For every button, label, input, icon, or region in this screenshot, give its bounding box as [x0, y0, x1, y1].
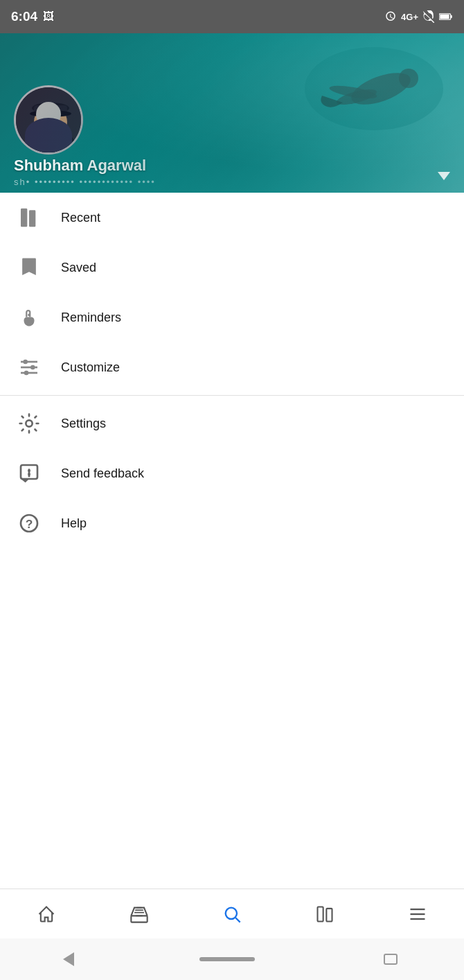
settings-icon: [17, 411, 42, 436]
svg-point-6: [335, 87, 378, 108]
svg-point-12: [32, 103, 69, 114]
back-button[interactable]: [63, 952, 74, 966]
svg-rect-30: [28, 475, 30, 478]
svg-rect-1: [451, 15, 452, 18]
svg-rect-29: [28, 469, 30, 474]
menu-section-1: Recent Saved Reminders: [0, 193, 464, 392]
help-label: Help: [61, 516, 87, 531]
profile-dropdown-button[interactable]: [438, 172, 450, 180]
settings-label: Settings: [61, 417, 106, 431]
profile-header: Shubham Agarwal sh• ••••••••• ••••••••••…: [0, 33, 464, 193]
svg-point-22: [30, 365, 35, 370]
home-pill-button[interactable]: [199, 957, 255, 961]
network-icon: [422, 10, 435, 23]
avatar[interactable]: [14, 85, 83, 155]
recent-label: Recent: [61, 211, 100, 225]
nav-search[interactable]: [186, 889, 278, 938]
signal-icon: 4G+: [401, 12, 418, 22]
svg-point-11: [34, 105, 67, 139]
svg-rect-2: [440, 15, 449, 19]
reminders-icon: [17, 305, 42, 330]
hamburger-icon: [408, 904, 427, 924]
feedback-label: Send feedback: [61, 466, 144, 481]
image-icon: 🖼: [43, 10, 54, 23]
menu-section-2: Settings Send feedback ? Help: [0, 399, 464, 548]
svg-rect-10: [46, 128, 55, 139]
saved-icon: [17, 255, 42, 280]
svg-rect-13: [34, 105, 67, 114]
recents-button[interactable]: [380, 951, 401, 968]
nav-inbox[interactable]: [93, 889, 186, 938]
help-icon: ?: [17, 511, 42, 536]
customize-icon: [17, 355, 42, 380]
library-icon: [315, 904, 334, 924]
nav-menu[interactable]: [371, 889, 464, 938]
svg-rect-33: [131, 916, 147, 922]
inbox-icon: [130, 904, 149, 924]
svg-point-4: [348, 67, 415, 112]
menu-divider: [0, 395, 464, 396]
customize-label: Customize: [61, 360, 120, 375]
svg-rect-15: [21, 209, 27, 227]
svg-point-9: [24, 129, 77, 152]
search-icon: [222, 904, 242, 924]
svg-point-14: [30, 110, 71, 117]
background-decoration: [298, 40, 450, 137]
feedback-icon: [17, 461, 42, 486]
menu-item-recent[interactable]: Recent: [0, 193, 464, 243]
svg-point-17: [28, 313, 30, 316]
svg-rect-8: [16, 87, 81, 152]
battery-icon: [439, 12, 453, 21]
svg-rect-44: [384, 954, 397, 964]
alarm-icon: [384, 10, 397, 23]
bottom-navigation: [0, 889, 464, 938]
menu-item-reminders[interactable]: Reminders: [0, 292, 464, 342]
nav-library[interactable]: [278, 889, 371, 938]
svg-rect-40: [326, 908, 332, 921]
svg-text:?: ?: [26, 517, 33, 531]
recent-icon: [17, 205, 42, 230]
svg-point-37: [226, 907, 237, 918]
menu-item-feedback[interactable]: Send feedback: [0, 448, 464, 498]
svg-point-3: [305, 47, 443, 130]
home-icon: [37, 904, 56, 924]
menu-item-customize[interactable]: Customize: [0, 342, 464, 392]
svg-marker-26: [21, 479, 29, 482]
menu-item-saved[interactable]: Saved: [0, 243, 464, 292]
svg-point-24: [26, 420, 32, 426]
menu-item-settings[interactable]: Settings: [0, 399, 464, 448]
status-bar: 6:04 🖼 4G+: [0, 0, 464, 33]
profile-name: Shubham Agarwal: [14, 157, 146, 175]
svg-point-7: [328, 83, 377, 101]
svg-point-21: [23, 360, 28, 365]
svg-rect-16: [29, 210, 35, 227]
svg-point-23: [24, 371, 29, 376]
profile-email: sh• ••••••••• •••••••••••• ••••: [14, 177, 156, 187]
system-navigation: [0, 938, 464, 980]
status-time: 6:04: [11, 9, 37, 24]
svg-rect-39: [318, 907, 323, 921]
saved-label: Saved: [61, 261, 96, 275]
svg-point-5: [399, 69, 418, 88]
nav-home[interactable]: [0, 889, 93, 938]
menu-item-help[interactable]: ? Help: [0, 498, 464, 548]
reminders-label: Reminders: [61, 310, 121, 325]
svg-line-38: [235, 918, 240, 922]
